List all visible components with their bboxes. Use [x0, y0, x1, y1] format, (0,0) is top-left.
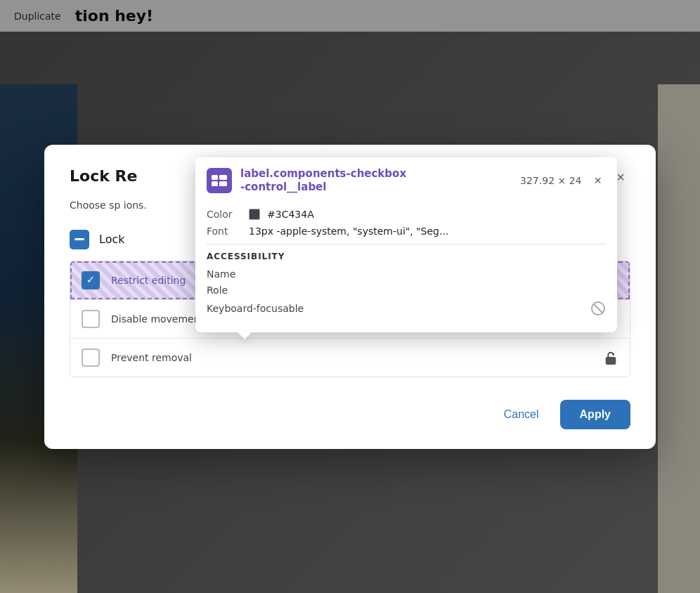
prevent-removal-row: Prevent removal — [70, 338, 630, 377]
inspector-close-button[interactable]: × — [590, 172, 606, 190]
inspector-font-row: Font 13px -apple-system, "system-ui", "S… — [207, 226, 606, 237]
inspector-color-label: Color — [207, 209, 242, 220]
lock-modal: label.components-checkbox -control__labe… — [44, 145, 656, 449]
inspector-element-name: label.components-checkbox -control__labe… — [240, 167, 512, 195]
inspector-font-label: Font — [207, 226, 242, 237]
inspector-accessibility-name-label: Name — [207, 268, 235, 280]
inspector-color-swatch — [249, 209, 260, 220]
apply-button[interactable]: Apply — [560, 400, 630, 429]
svg-rect-1 — [219, 175, 227, 180]
inspector-accessibility-title: ACCESSIBILITY — [207, 252, 606, 261]
inspector-accessibility-name-row: Name — [207, 268, 606, 280]
modal-footer: Cancel Apply — [70, 400, 630, 429]
svg-rect-8 — [606, 357, 616, 365]
inspector-dimensions: 327.92 × 24 — [520, 175, 581, 186]
svg-rect-3 — [219, 181, 227, 186]
indeterminate-line — [74, 238, 84, 240]
inspector-element-icon — [207, 168, 232, 193]
inspector-accessibility-keyboard-label: Keyboard-focusable — [207, 303, 304, 314]
modal-overlay: label.components-checkbox -control__labe… — [0, 0, 700, 593]
inspector-accessibility-role-label: Role — [207, 285, 228, 296]
inspector-divider — [207, 244, 606, 245]
lock-row-label: Lock — [99, 233, 124, 246]
inspector-popup: label.components-checkbox -control__labe… — [195, 157, 617, 332]
inspector-color-row: Color #3C434A — [207, 209, 606, 220]
inspector-font-value: 13px -apple-system, "system-ui", "Seg... — [249, 226, 448, 237]
inspector-accessibility-role-row: Role — [207, 285, 606, 296]
prevent-removal-lock-icon — [603, 350, 618, 365]
inspector-color-value: #3C434A — [267, 209, 314, 220]
prevent-removal-checkbox[interactable] — [82, 348, 100, 367]
prevent-removal-label: Prevent removal — [111, 352, 592, 363]
svg-rect-0 — [212, 175, 218, 180]
modal-title: Lock Re — [70, 167, 137, 185]
disable-movement-checkbox[interactable] — [82, 310, 100, 328]
inspector-header: label.components-checkbox -control__labe… — [195, 157, 617, 202]
restrict-editing-checkbox[interactable] — [82, 271, 100, 289]
indeterminate-checkbox[interactable] — [70, 230, 89, 249]
cancel-button[interactable]: Cancel — [491, 401, 552, 428]
inspector-body: Color #3C434A Font 13px -apple-system, "… — [195, 202, 617, 332]
blocked-icon — [590, 301, 606, 316]
svg-line-5 — [594, 304, 603, 313]
svg-rect-2 — [212, 181, 218, 186]
inspector-accessibility-keyboard-row: Keyboard-focusable — [207, 301, 606, 316]
